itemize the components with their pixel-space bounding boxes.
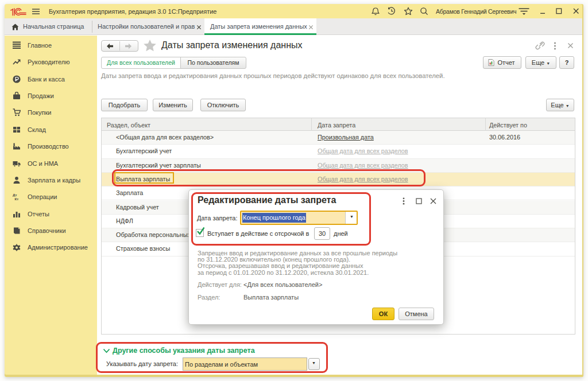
svg-text:Дт: Дт <box>13 193 17 197</box>
svg-text:Кт: Кт <box>15 197 19 201</box>
